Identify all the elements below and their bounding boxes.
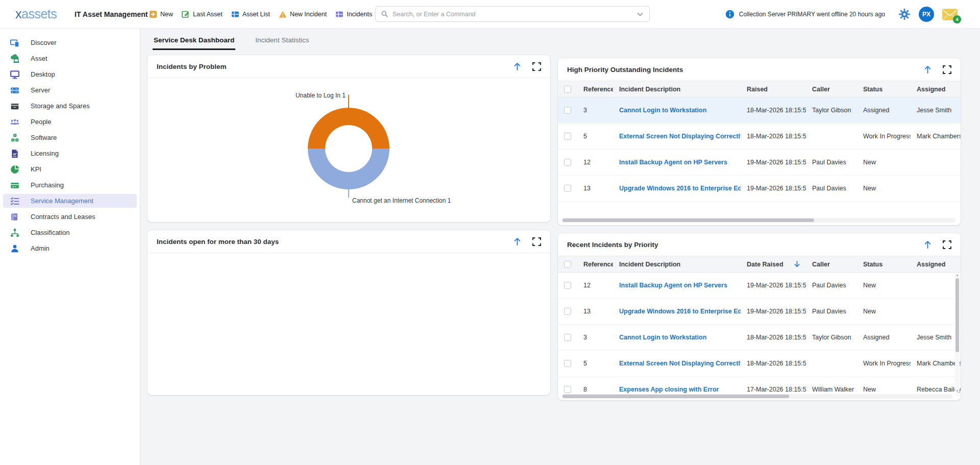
notification-text: Collection Server PRIMARY went offline 2… [739,11,885,18]
incident-link[interactable]: Cannot Login to Workstation [613,325,741,350]
select-all-checkbox[interactable] [564,261,571,268]
tab-incident-statistics[interactable]: Incident Statistics [254,32,310,50]
sidebar-item-storage-and-spares[interactable]: Storage and Spares [3,99,137,113]
row-checkbox[interactable] [564,159,571,166]
sidebar-item-purchasing[interactable]: Purchasing [3,178,137,192]
card-header: Incidents by Problem [148,55,550,78]
export-arrow-icon[interactable] [923,65,932,74]
incident-link[interactable]: External Screen Not Displaying Correctly [613,351,741,376]
chevron-down-icon[interactable] [636,10,644,18]
scrollbar-thumb[interactable] [562,395,789,398]
search-input[interactable] [388,11,636,18]
row-checkbox[interactable] [564,386,571,393]
sidebar-item-people[interactable]: People [3,115,137,129]
sidebar-item-software[interactable]: Software [3,131,137,144]
sidebar-item-server[interactable]: Server [3,83,137,97]
table-row[interactable]: 12Install Backup Agent on HP Servers19-M… [558,150,961,176]
column-header-reference[interactable]: Reference [577,81,613,97]
select-all-checkbox[interactable] [564,86,571,93]
sidebar-item-admin[interactable]: Admin [3,241,137,255]
column-header-caller[interactable]: Caller [806,256,857,272]
table-row[interactable]: 5External Screen Not Displaying Correctl… [558,124,961,150]
sidebar-item-licensing[interactable]: Licensing [3,146,137,160]
table-row[interactable]: 13Upgrade Windows 2016 to Enterprise Edi… [558,176,961,202]
row-checkbox[interactable] [564,360,571,367]
gear-icon[interactable] [898,8,911,20]
scrollbar-thumb[interactable] [955,278,959,352]
column-header-assigned[interactable]: Assigned [911,256,961,272]
sidebar-item-contracts-and-leases[interactable]: Contracts and Leases [3,210,137,224]
incident-link[interactable]: Upgrade Windows 2016 to Enterprise Editi… [613,299,741,324]
sidebar-item-asset[interactable]: Asset [3,52,137,65]
sidebar-item-kpi[interactable]: KPI [3,162,137,176]
incident-link[interactable]: Cannot Login to Workstation [613,97,741,123]
row-checkbox[interactable] [564,185,571,192]
column-header-caller[interactable]: Caller [806,81,857,97]
leader-line [348,95,349,108]
expand-icon[interactable] [532,237,541,246]
sort-desc-icon[interactable] [793,260,801,268]
checkbox-cell [558,97,577,123]
column-header-status[interactable]: Status [857,256,911,272]
column-header-date-raised[interactable]: Date Raised [741,256,806,272]
scroll-up-arrow[interactable]: ▲ [955,274,960,277]
raised-cell: 18-Mar-2026 18:15:58 [741,325,806,350]
sidebar-item-desktop[interactable]: Desktop [3,67,137,81]
app-logo[interactable]: xassets [15,7,57,21]
export-arrow-icon[interactable] [923,240,932,249]
row-checkbox[interactable] [564,308,571,315]
toolbar-button-last-asset[interactable]: Last Asset [182,10,223,18]
expand-icon[interactable] [532,62,541,71]
table-row[interactable]: 13Upgrade Windows 2016 to Enterprise Edi… [558,299,961,325]
expand-icon[interactable] [943,65,951,74]
avatar[interactable]: PX [919,7,934,22]
column-header-raised[interactable]: Raised [741,81,806,97]
card-title: Recent Incidents by Priority [567,241,913,249]
row-checkbox[interactable] [564,133,571,140]
incident-link[interactable]: Install Backup Agent on HP Servers [613,273,741,298]
scroll-down-arrow[interactable]: ▼ [955,389,960,393]
horizontal-scrollbar[interactable] [562,218,955,223]
admin-icon [10,244,19,253]
assigned-cell [911,273,961,298]
column-header-incident-description[interactable]: Incident Description [613,81,741,97]
asset-icon [10,54,19,63]
toolbar-button-asset-list[interactable]: Asset List [231,10,270,18]
table-header-row: ReferenceIncident DescriptionDate Raised… [558,256,961,273]
row-checkbox[interactable] [564,107,571,114]
export-arrow-icon[interactable] [513,237,522,246]
incident-link[interactable]: Install Backup Agent on HP Servers [613,150,741,175]
raised-cell: 18-Mar-2026 18:15:58 [741,351,806,376]
search-box[interactable] [375,6,650,22]
reference-cell: 13 [577,299,613,324]
toolbar-button-incidents[interactable]: Incidents [335,10,372,18]
toolbar-button-new[interactable]: New [149,10,173,18]
incident-link[interactable]: Upgrade Windows 2016 to Enterprise Editi… [613,176,741,201]
horizontal-scrollbar[interactable] [562,394,952,399]
sidebar-item-classification[interactable]: Classification [3,226,137,239]
sidebar-item-service-management[interactable]: Service Management [3,194,137,208]
table-row[interactable]: 3Cannot Login to Workstation18-Mar-2026 … [558,325,961,351]
row-checkbox[interactable] [564,334,571,341]
export-arrow-icon[interactable] [513,62,522,71]
sidebar-item-discover[interactable]: Discover [3,36,137,50]
tab-service-desk-dashboard[interactable]: Service Desk Dashboard [153,32,235,50]
table-row[interactable]: 5External Screen Not Displaying Correctl… [558,351,961,377]
reference-cell: 5 [577,124,613,149]
donut-chart[interactable] [308,108,389,189]
scrollbar-thumb[interactable] [562,218,814,222]
table-row[interactable]: 3Cannot Login to Workstation18-Mar-2026 … [558,97,961,124]
messages-button[interactable]: 4 [942,9,958,20]
column-header-assigned[interactable]: Assigned [911,81,961,97]
raised-cell: 19-Mar-2026 18:15:58 [741,299,806,324]
incident-link[interactable]: External Screen Not Displaying Correctly [613,124,741,149]
column-header-status[interactable]: Status [857,81,911,97]
toolbar-button-new-incident[interactable]: New Incident [279,10,327,18]
raised-cell: 19-Mar-2026 18:15:58 [741,176,806,201]
table-row[interactable]: 12Install Backup Agent on HP Servers19-M… [558,273,961,299]
vertical-scrollbar[interactable]: ▲ ▼ [955,273,960,393]
column-header-reference[interactable]: Reference [577,256,613,272]
row-checkbox[interactable] [564,282,571,289]
column-header-incident-description[interactable]: Incident Description [613,256,741,272]
expand-icon[interactable] [943,240,951,249]
